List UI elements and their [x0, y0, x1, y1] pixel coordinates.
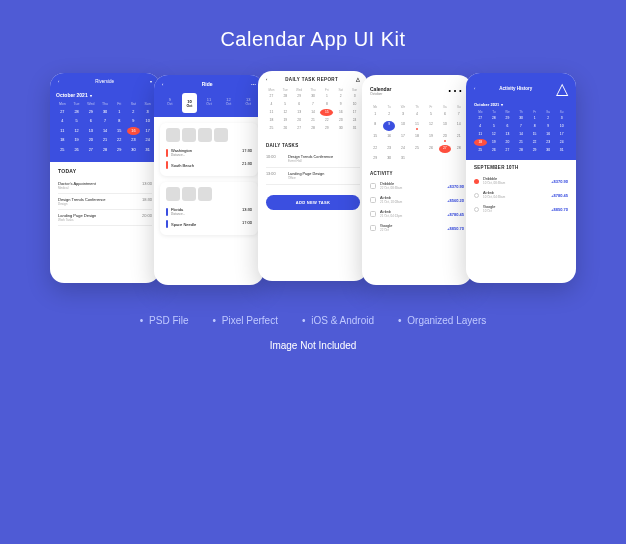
- task-item[interactable]: 10:00Design Trends ConferenceEvent Hall: [266, 151, 360, 168]
- calendar-day[interactable]: 26: [425, 145, 437, 154]
- calendar-day[interactable]: 17: [397, 133, 409, 144]
- calendar-day[interactable]: 30: [99, 108, 112, 116]
- calendar-day[interactable]: 4: [265, 101, 278, 108]
- calendar-day[interactable]: 14: [515, 131, 528, 138]
- calendar-day[interactable]: 25: [265, 125, 278, 132]
- calendar-day[interactable]: 30: [334, 125, 347, 132]
- calendar-day[interactable]: 14: [307, 109, 320, 116]
- calendar-day[interactable]: 4: [56, 117, 69, 125]
- calendar-day[interactable]: 11: [411, 121, 423, 132]
- calendar-day[interactable]: 28: [279, 93, 292, 100]
- calendar-day[interactable]: 15: [369, 133, 381, 144]
- calendar-day[interactable]: 30: [307, 93, 320, 100]
- calendar-day[interactable]: 26: [279, 125, 292, 132]
- calendar-day[interactable]: 1: [528, 115, 541, 122]
- add-task-button[interactable]: ADD NEW TASK: [266, 195, 360, 210]
- calendar-day[interactable]: 23: [127, 136, 140, 144]
- calendar-day[interactable]: 29: [84, 108, 97, 116]
- calendar-day[interactable]: 30: [515, 115, 528, 122]
- calendar-day[interactable]: 19: [425, 133, 437, 144]
- calendar-day[interactable]: 16: [334, 109, 347, 116]
- calendar-day[interactable]: 16: [383, 133, 395, 144]
- checkbox[interactable]: [370, 197, 376, 203]
- calendar-day[interactable]: 28: [488, 115, 501, 122]
- activity-item[interactable]: Google10 Oct+$850.70: [474, 202, 568, 216]
- calendar-day[interactable]: 11: [265, 109, 278, 116]
- calendar-day[interactable]: 5: [425, 111, 437, 120]
- calendar-day[interactable]: 10: [348, 101, 361, 108]
- calendar-day[interactable]: 27: [501, 147, 514, 154]
- day-tab[interactable]: 10Oct: [182, 93, 198, 113]
- calendar-day[interactable]: 9: [542, 123, 555, 130]
- calendar-day[interactable]: 12: [488, 131, 501, 138]
- back-icon[interactable]: ‹: [266, 77, 268, 82]
- calendar-day[interactable]: 13: [439, 121, 451, 132]
- calendar-day[interactable]: 31: [397, 155, 409, 164]
- calendar-day[interactable]: 23: [542, 139, 555, 146]
- today-item[interactable]: Design Trends ConferenceDesign18:30: [58, 194, 152, 210]
- calendar-day[interactable]: 18: [474, 139, 487, 146]
- calendar-day[interactable]: 9: [334, 101, 347, 108]
- calendar-day[interactable]: 11: [56, 127, 69, 135]
- calendar-day[interactable]: 8: [528, 123, 541, 130]
- calendar-day[interactable]: 1: [320, 93, 333, 100]
- calendar-day[interactable]: 28: [307, 125, 320, 132]
- calendar-day[interactable]: 29: [528, 147, 541, 154]
- calendar-day[interactable]: 20: [293, 117, 306, 124]
- day-tab[interactable]: 11Oct: [201, 93, 217, 113]
- calendar-day[interactable]: 21: [453, 133, 465, 144]
- calendar-day[interactable]: 13: [84, 127, 97, 135]
- calendar-day[interactable]: 2: [334, 93, 347, 100]
- calendar-day[interactable]: 30: [127, 146, 140, 154]
- calendar-day[interactable]: 7: [307, 101, 320, 108]
- calendar-day[interactable]: 29: [369, 155, 381, 164]
- calendar-day[interactable]: 9: [127, 117, 140, 125]
- calendar-day[interactable]: 14: [453, 121, 465, 132]
- calendar-day[interactable]: 21: [515, 139, 528, 146]
- calendar-day[interactable]: 7: [453, 111, 465, 120]
- calendar-day[interactable]: 25: [411, 145, 423, 154]
- calendar-day[interactable]: 9: [383, 121, 395, 132]
- calendar-day[interactable]: 2: [127, 108, 140, 116]
- today-item[interactable]: Landing Page DesignWork Tasks20:00: [58, 210, 152, 226]
- calendar-day[interactable]: 30: [383, 155, 395, 164]
- calendar-day[interactable]: 18: [265, 117, 278, 124]
- calendar-day[interactable]: 26: [488, 147, 501, 154]
- calendar-day[interactable]: 16: [127, 127, 140, 135]
- calendar-day[interactable]: 2: [383, 111, 395, 120]
- calendar-day[interactable]: 27: [293, 125, 306, 132]
- calendar-day[interactable]: 12: [70, 127, 83, 135]
- calendar-day[interactable]: 17: [555, 131, 568, 138]
- calendar-day[interactable]: 31: [555, 147, 568, 154]
- month-selector[interactable]: October 2021▾: [474, 102, 568, 107]
- calendar-day[interactable]: 19: [70, 136, 83, 144]
- calendar-day[interactable]: 22: [528, 139, 541, 146]
- calendar-day[interactable]: 28: [515, 147, 528, 154]
- calendar-day[interactable]: 6: [84, 117, 97, 125]
- calendar-day[interactable]: 15: [320, 109, 333, 116]
- calendar-day[interactable]: 12: [279, 109, 292, 116]
- calendar-day[interactable]: 29: [293, 93, 306, 100]
- calendar-day[interactable]: 18: [411, 133, 423, 144]
- calendar-day[interactable]: 3: [141, 108, 154, 116]
- bell-icon[interactable]: △: [556, 79, 568, 98]
- back-icon[interactable]: ‹: [58, 79, 59, 84]
- calendar-day[interactable]: 24: [348, 117, 361, 124]
- day-tab[interactable]: 13Oct: [240, 93, 256, 113]
- calendar-day[interactable]: 22: [113, 136, 126, 144]
- calendar-day[interactable]: 5: [70, 117, 83, 125]
- calendar-day[interactable]: 5: [279, 101, 292, 108]
- dropdown-icon[interactable]: ▾: [150, 79, 152, 84]
- calendar-day[interactable]: 4: [474, 123, 487, 130]
- day-tab[interactable]: 9Oct: [162, 93, 178, 113]
- ride-card[interactable]: WashingtonDistance - 17:30South Beach21:…: [160, 123, 258, 176]
- activity-item[interactable]: Google22 Oct+$850.70: [362, 221, 472, 235]
- calendar-day[interactable]: 23: [334, 117, 347, 124]
- calendar-day[interactable]: 12: [425, 121, 437, 132]
- calendar-day[interactable]: 13: [293, 109, 306, 116]
- calendar-day[interactable]: 1: [369, 111, 381, 120]
- activity-item[interactable]: Dribbble22 Oct, 08:39am+$370.90: [362, 179, 472, 193]
- calendar-day[interactable]: 27: [84, 146, 97, 154]
- calendar-day[interactable]: 22: [369, 145, 381, 154]
- checkbox[interactable]: [370, 225, 376, 231]
